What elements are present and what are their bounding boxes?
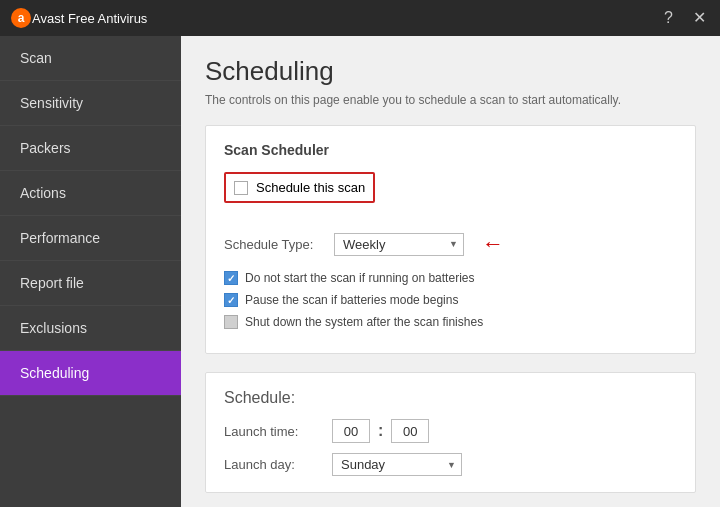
page-title: Scheduling (205, 56, 696, 87)
launch-time-row: Launch time: : (224, 419, 677, 443)
schedule-this-scan-checkbox[interactable] (234, 181, 248, 195)
launch-time-label: Launch time: (224, 424, 324, 439)
content-area: Scheduling The controls on this page ena… (181, 36, 720, 507)
launch-time-min-input[interactable] (391, 419, 429, 443)
launch-day-select[interactable]: Sunday Monday Tuesday Wednesday Thursday… (332, 453, 462, 476)
sidebar: Scan Sensitivity Packers Actions Perform… (0, 36, 181, 507)
scan-scheduler-section: Scan Scheduler Schedule this scan Schedu… (205, 125, 696, 354)
avast-logo-icon: a (10, 7, 32, 29)
schedule-section-title: Schedule: (224, 389, 677, 407)
schedule-this-scan-label: Schedule this scan (256, 180, 365, 195)
app-window: a Avast Free Antivirus ? ✕ Scan Sensitiv… (0, 0, 720, 507)
battery-checkbox-1[interactable] (224, 271, 238, 285)
schedule-type-select-wrapper: Weekly Daily Monthly Once (334, 233, 464, 256)
battery-label-2: Pause the scan if batteries mode begins (245, 293, 458, 307)
sidebar-item-actions[interactable]: Actions (0, 171, 181, 216)
svg-text:a: a (18, 11, 25, 25)
battery-checkbox-row-1: Do not start the scan if running on batt… (224, 271, 677, 285)
launch-day-select-wrapper: Sunday Monday Tuesday Wednesday Thursday… (332, 453, 462, 476)
sidebar-item-sensitivity[interactable]: Sensitivity (0, 81, 181, 126)
schedule-type-select[interactable]: Weekly Daily Monthly Once (334, 233, 464, 256)
sidebar-item-exclusions[interactable]: Exclusions (0, 306, 181, 351)
app-title: Avast Free Antivirus (32, 11, 660, 26)
sidebar-item-scan[interactable]: Scan (0, 36, 181, 81)
red-arrow-indicator: ← (482, 231, 504, 257)
sidebar-item-packers[interactable]: Packers (0, 126, 181, 171)
launch-time-hour-input[interactable] (332, 419, 370, 443)
main-layout: Scan Sensitivity Packers Actions Perform… (0, 36, 720, 507)
shutdown-checkbox-row: Shut down the system after the scan fini… (224, 315, 677, 329)
schedule-type-label: Schedule Type: (224, 237, 324, 252)
shutdown-label: Shut down the system after the scan fini… (245, 315, 483, 329)
schedule-type-row: Schedule Type: Weekly Daily Monthly Once… (224, 231, 677, 257)
sidebar-item-scheduling[interactable]: Scheduling (0, 351, 181, 396)
schedule-this-scan-row[interactable]: Schedule this scan (224, 172, 375, 203)
title-bar-controls: ? ✕ (660, 8, 710, 28)
battery-checkbox-row-2: Pause the scan if batteries mode begins (224, 293, 677, 307)
scan-scheduler-title: Scan Scheduler (224, 142, 677, 158)
close-button[interactable]: ✕ (689, 8, 710, 28)
battery-label-1: Do not start the scan if running on batt… (245, 271, 474, 285)
sidebar-item-performance[interactable]: Performance (0, 216, 181, 261)
battery-checkbox-2[interactable] (224, 293, 238, 307)
schedule-section: Schedule: Launch time: : Launch day: Sun… (205, 372, 696, 493)
page-description: The controls on this page enable you to … (205, 93, 696, 107)
launch-day-label: Launch day: (224, 457, 324, 472)
shutdown-checkbox[interactable] (224, 315, 238, 329)
sidebar-item-report-file[interactable]: Report file (0, 261, 181, 306)
launch-day-row: Launch day: Sunday Monday Tuesday Wednes… (224, 453, 677, 476)
title-bar: a Avast Free Antivirus ? ✕ (0, 0, 720, 36)
help-button[interactable]: ? (660, 8, 677, 28)
time-separator: : (378, 422, 383, 440)
